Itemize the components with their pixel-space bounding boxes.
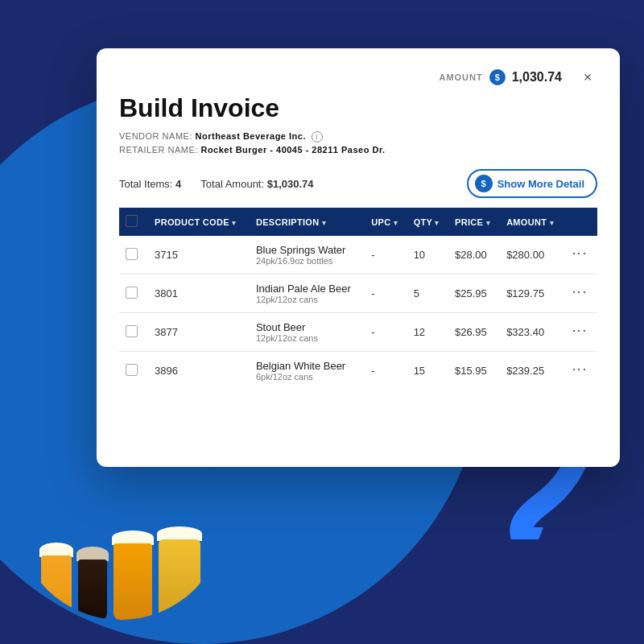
summary-row: Total Items: 4 Total Amount: $1,030.74 $… <box>119 169 597 198</box>
row-checkbox-cell[interactable] <box>119 275 148 313</box>
show-more-icon: $ <box>475 175 493 192</box>
close-button[interactable]: × <box>578 68 597 87</box>
col-upc[interactable]: UPC ▾ <box>365 208 407 236</box>
vendor-label: VENDOR NAME: <box>119 131 192 141</box>
row-qty: 12 <box>407 313 448 352</box>
col-description[interactable]: DESCRIPTION ▾ <box>250 208 365 236</box>
row-description: Blue Springs Water 24pk/16.9oz bottles <box>250 236 365 275</box>
table-row: 3801 Indian Pale Ale Beer 12pk/12oz cans… <box>119 275 597 313</box>
row-actions[interactable]: ⋮ <box>564 352 597 390</box>
row-description: Stout Beer 12pk/12oz cans <box>250 313 365 352</box>
col-amount[interactable]: AMOUNT ▾ <box>500 208 564 236</box>
total-amount-value: $1,030.74 <box>267 178 314 190</box>
more-options-icon[interactable]: ⋮ <box>571 285 588 300</box>
row-product-code: 3877 <box>148 313 250 352</box>
row-checkbox-cell[interactable] <box>119 352 148 390</box>
total-items-text: Total Items: 4 <box>119 178 181 190</box>
col-product-code[interactable]: PRODUCT CODE ▾ <box>148 208 250 236</box>
row-product-code: 3896 <box>148 352 250 390</box>
row-upc: - <box>365 352 407 390</box>
row-price: $26.95 <box>448 313 500 352</box>
total-items-value: 4 <box>175 178 181 190</box>
total-amount-label: Total Amount: <box>200 178 264 190</box>
col-actions <box>564 208 597 236</box>
col-checkbox <box>119 208 148 236</box>
row-description: Belgian White Beer 6pk/12oz cans <box>250 352 365 390</box>
row-upc: - <box>365 236 407 275</box>
row-upc: - <box>365 275 407 313</box>
retailer-line: RETAILER NAME: Rocket Burger - 40045 - 2… <box>119 145 597 155</box>
more-options-icon[interactable]: ⋮ <box>571 246 588 262</box>
row-price: $25.95 <box>448 275 500 313</box>
retailer-label: RETAILER NAME: <box>119 145 198 155</box>
vendor-line: VENDOR NAME: Northeast Beverage Inc. i <box>119 131 597 142</box>
invoice-table: PRODUCT CODE ▾ DESCRIPTION ▾ UPC ▾ QTY ▾… <box>119 208 597 390</box>
row-checkbox-cell[interactable] <box>119 313 148 352</box>
row-product-code: 3715 <box>148 236 250 275</box>
table-row: 3715 Blue Springs Water 24pk/16.9oz bott… <box>119 236 597 275</box>
show-more-detail-button[interactable]: $ Show More Detail <box>467 169 597 198</box>
page-title: Build Invoice <box>119 93 597 123</box>
amount-label: AMOUNT <box>439 72 482 82</box>
row-amount: $129.75 <box>500 275 564 313</box>
row-price: $28.00 <box>448 236 500 275</box>
more-options-icon[interactable]: ⋮ <box>571 362 588 378</box>
row-product-code: 3801 <box>148 275 250 313</box>
invoice-card: AMOUNT $ 1,030.74 × Build Invoice VENDOR… <box>97 48 620 467</box>
total-items-label: Total Items: <box>119 178 172 190</box>
row-price: $15.95 <box>448 352 500 390</box>
row-checkbox-cell[interactable] <box>119 236 148 275</box>
info-icon[interactable]: i <box>312 131 323 142</box>
table-header-row: PRODUCT CODE ▾ DESCRIPTION ▾ UPC ▾ QTY ▾… <box>119 208 597 236</box>
row-qty: 5 <box>407 275 448 313</box>
amount-value: 1,030.74 <box>512 70 562 85</box>
row-actions[interactable]: ⋮ <box>564 236 597 275</box>
row-amount: $280.00 <box>500 236 564 275</box>
table-row: 3896 Belgian White Beer 6pk/12oz cans - … <box>119 352 597 390</box>
row-qty: 10 <box>407 236 448 275</box>
row-qty: 15 <box>407 352 448 390</box>
col-price[interactable]: PRICE ▾ <box>448 208 500 236</box>
card-header: AMOUNT $ 1,030.74 × <box>119 68 597 87</box>
row-amount: $239.25 <box>500 352 564 390</box>
row-description: Indian Pale Ale Beer 12pk/12oz cans <box>250 275 365 313</box>
row-actions[interactable]: ⋮ <box>564 275 597 313</box>
amount-icon: $ <box>489 69 506 85</box>
row-actions[interactable]: ⋮ <box>564 313 597 352</box>
row-upc: - <box>365 313 407 352</box>
vendor-name: Northeast Beverage Inc. <box>196 131 306 141</box>
show-more-label: Show More Detail <box>497 178 584 190</box>
more-options-icon[interactable]: ⋮ <box>571 324 588 339</box>
table-row: 3877 Stout Beer 12pk/12oz cans - 12 $26.… <box>119 313 597 352</box>
retailer-name: Rocket Burger - 40045 - 28211 Paseo Dr. <box>200 145 385 155</box>
row-amount: $323.40 <box>500 313 564 352</box>
col-qty[interactable]: QTY ▾ <box>407 208 448 236</box>
total-amount-text: Total Amount: $1,030.74 <box>200 178 313 190</box>
